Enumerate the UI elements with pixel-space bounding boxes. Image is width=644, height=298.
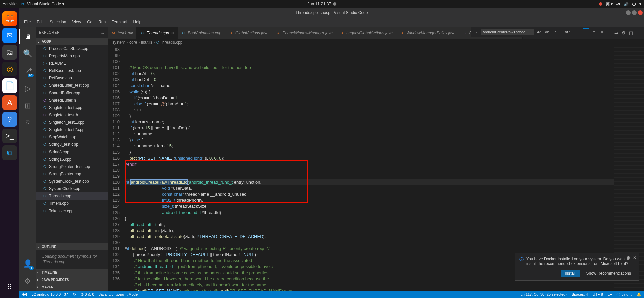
find-next[interactable]: ↓: [583, 28, 589, 35]
split-icon[interactable]: ◫: [629, 30, 633, 35]
status-dot[interactable]: [599, 2, 602, 6]
file-item[interactable]: CPropertyMap.cpp: [36, 52, 108, 60]
accounts-activity[interactable]: 👤1: [19, 256, 36, 271]
input-lang[interactable]: 英 ▾: [606, 1, 613, 7]
find-regex[interactable]: .*: [552, 28, 558, 35]
file-item[interactable]: CString8_test.cpp: [36, 141, 108, 148]
toast-close-icon[interactable]: ✕: [633, 255, 636, 260]
menu-terminal[interactable]: Terminal: [109, 18, 130, 26]
menu-edit[interactable]: Edit: [34, 18, 46, 26]
power-icon[interactable]: ⏻: [632, 2, 636, 6]
timeline-header[interactable]: ›TIMELINE: [36, 269, 108, 276]
app-menu[interactable]: Visual Studio Code ▾: [27, 2, 64, 6]
show-recs-button[interactable]: Show Recommendations: [582, 270, 635, 277]
file-item[interactable]: CProcessCallStack.cpp: [36, 45, 108, 52]
extensions-activity[interactable]: ⊞: [19, 99, 36, 113]
lang-status[interactable]: { } Linu…: [617, 292, 632, 297]
java-mode[interactable]: Java: Lightweight Mode: [99, 292, 138, 296]
indent-status[interactable]: Spaces: 4: [572, 292, 588, 297]
system-menu-chevron[interactable]: ▾: [639, 2, 641, 6]
explorer-more[interactable]: …: [101, 31, 104, 34]
file-item[interactable]: CTokenizer.cpp: [36, 207, 108, 215]
menu-run[interactable]: Run: [96, 18, 108, 26]
file-item[interactable]: CSharedBuffer.h: [36, 97, 108, 104]
find-selection[interactable]: ≡: [591, 28, 597, 35]
file-item[interactable]: CString8.cpp: [36, 148, 108, 156]
files-icon[interactable]: 🗂: [2, 45, 17, 60]
find-input[interactable]: [481, 29, 534, 35]
settings-activity[interactable]: ⚙: [19, 274, 36, 289]
file-item[interactable]: CStrongPointer_test.cpp: [36, 163, 108, 170]
editor-tab[interactable]: JPhoneWindowManager.java: [272, 27, 336, 39]
file-item[interactable]: CStrongPointer.cpp: [36, 170, 108, 178]
file-item[interactable]: CSharedBuffer_test.cpp: [36, 82, 108, 89]
find-toggle-replace[interactable]: ›: [473, 28, 479, 35]
file-item[interactable]: CSystemClock_test.cpp: [36, 178, 108, 185]
window-close[interactable]: [638, 10, 643, 15]
breadcrumb-item[interactable]: system: [112, 40, 125, 45]
file-item[interactable]: CSingleton_test.cpp: [36, 104, 108, 111]
breadcrumb-item[interactable]: C Threads.cpp: [156, 40, 183, 45]
menu-file[interactable]: File: [21, 18, 33, 26]
feedback-icon[interactable]: 🔔: [637, 292, 641, 297]
find-word[interactable]: ab: [544, 28, 550, 35]
more-icon[interactable]: ⋯: [636, 30, 641, 35]
find-prev[interactable]: ↑: [575, 28, 581, 35]
editor-tab[interactable]: CThreads.cpp×: [137, 27, 178, 39]
file-item[interactable]: CThreads.cpp: [36, 192, 108, 200]
libreoffice-icon[interactable]: 📄: [2, 78, 17, 93]
firefox-icon[interactable]: 🦊: [2, 11, 17, 26]
file-item[interactable]: CSingleton_test1.cpp: [36, 119, 108, 126]
menu-go[interactable]: Go: [84, 18, 95, 26]
file-item[interactable]: CSingleton_test.h: [36, 111, 108, 119]
editor-tab[interactable]: Mtest1.mk: [108, 27, 137, 39]
activities-button[interactable]: Activities: [3, 2, 18, 6]
encoding-status[interactable]: UTF-8: [593, 292, 603, 297]
file-item[interactable]: CRefBase_test.cpp: [36, 67, 108, 74]
compare-icon[interactable]: ⇄: [614, 30, 618, 35]
scm-activity[interactable]: ⎇95: [19, 64, 36, 78]
terminal-icon[interactable]: >_: [2, 129, 17, 143]
file-item[interactable]: CStopWatch.cpp: [36, 133, 108, 141]
volume-icon[interactable]: 🔊: [624, 2, 629, 6]
menu-selection[interactable]: Selection: [47, 18, 69, 26]
file-item[interactable]: CSystemClock.cpp: [36, 185, 108, 192]
file-item[interactable]: CSharedBuffer.cpp: [36, 89, 108, 97]
rhythmbox-icon[interactable]: ◎: [2, 62, 17, 76]
clock[interactable]: Jun 11 21:37: [308, 2, 336, 6]
find-case[interactable]: Aa: [536, 28, 542, 35]
remote-activity[interactable]: ⎘: [19, 116, 36, 131]
toast-gear-icon[interactable]: ⚙: [627, 255, 630, 260]
editor-tab[interactable]: CBootAnimation.cpp: [178, 27, 225, 39]
window-minimize[interactable]: [626, 10, 631, 15]
thunderbird-icon[interactable]: ✉: [2, 28, 17, 43]
breadcrumb-item[interactable]: core: [129, 40, 137, 45]
help-icon[interactable]: ?: [2, 112, 17, 127]
window-maximize[interactable]: [632, 10, 637, 15]
git-branch[interactable]: ⎇ android-10.0.0_r37: [32, 292, 68, 297]
tab-close-icon[interactable]: ×: [171, 30, 174, 36]
file-item[interactable]: CTimers.cpp: [36, 200, 108, 207]
menu-help[interactable]: Help: [131, 18, 144, 26]
install-button[interactable]: Install: [561, 270, 579, 277]
vscode-dock-icon[interactable]: ⧉: [2, 145, 17, 160]
run-icon[interactable]: ⚙: [622, 30, 626, 35]
find-close[interactable]: ✕: [599, 28, 605, 35]
show-apps-icon[interactable]: ⠿: [2, 280, 17, 295]
menu-view[interactable]: View: [69, 18, 84, 26]
debug-activity[interactable]: ▷: [19, 81, 36, 96]
breadcrumb-item[interactable]: libutils: [141, 40, 152, 45]
search-activity[interactable]: 🔍: [19, 46, 36, 61]
cursor-position[interactable]: Ln 117, Col 30 (25 selected): [521, 292, 567, 297]
sync-icon[interactable]: ↻: [73, 292, 76, 297]
breadcrumb[interactable]: system›core›libutils›C Threads.cpp: [108, 39, 644, 46]
folder-header[interactable]: ⌄AOSP: [36, 38, 108, 45]
file-item[interactable]: CSingleton_test2.cpp: [36, 126, 108, 133]
explorer-activity[interactable]: 🗎: [19, 29, 36, 44]
problems-status[interactable]: ⊘ 0 ⚠ 0: [81, 292, 94, 297]
outline-header[interactable]: ⌄OUTLINE: [36, 243, 108, 250]
file-item[interactable]: ⓘREADME: [36, 60, 108, 67]
file-item[interactable]: CRefBase.cpp: [36, 74, 108, 82]
maven-header[interactable]: ›MAVEN: [36, 283, 108, 291]
editor-tab[interactable]: JLegacyGlobalActions.java: [336, 27, 396, 39]
